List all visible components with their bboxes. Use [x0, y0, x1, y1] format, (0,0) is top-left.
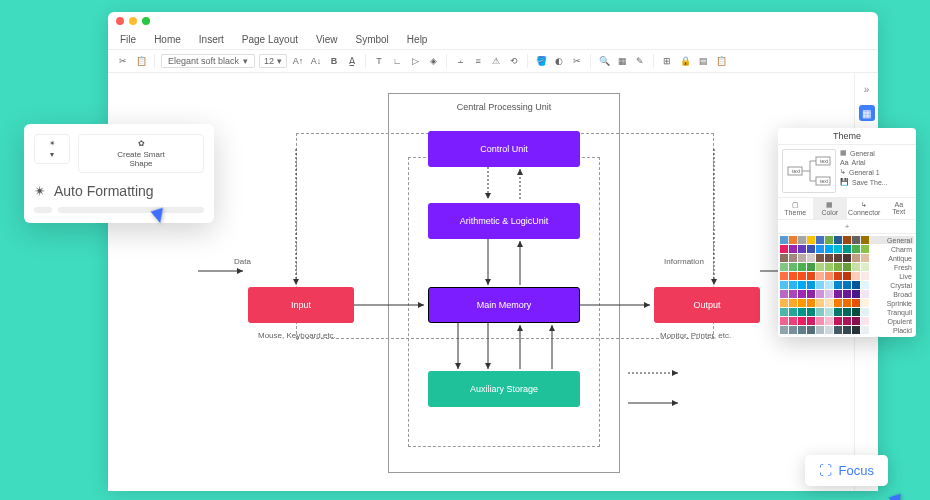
node-input[interactable]: Input: [248, 287, 354, 323]
group-icon[interactable]: ⊞: [660, 54, 674, 68]
cut-icon[interactable]: ✂: [116, 54, 130, 68]
node-memory[interactable]: Main Memory: [428, 287, 580, 323]
layers-icon[interactable]: ◈: [426, 54, 440, 68]
swatch: [843, 308, 851, 316]
menu-file[interactable]: File: [120, 34, 136, 45]
lock-icon[interactable]: 🔒: [678, 54, 692, 68]
node-output[interactable]: Output: [654, 287, 760, 323]
add-theme-button[interactable]: +: [778, 220, 916, 234]
swatch-label: Charm: [891, 246, 914, 253]
swatch-row[interactable]: Tranquil: [780, 308, 914, 316]
swatch-row[interactable]: Opulent: [780, 317, 914, 325]
sparkle-icon: ✴: [49, 139, 56, 148]
pointer-icon[interactable]: ▷: [408, 54, 422, 68]
theme-preview[interactable]: texttexttext: [782, 149, 836, 193]
menu-help[interactable]: Help: [407, 34, 428, 45]
crop-icon[interactable]: ✂: [570, 54, 584, 68]
swatch-row[interactable]: Fresh: [780, 263, 914, 271]
paste-icon[interactable]: 📋: [714, 54, 728, 68]
align-left-icon[interactable]: ⫠: [453, 54, 467, 68]
swatch-row[interactable]: Placid: [780, 326, 914, 334]
node-control[interactable]: Control Unit: [428, 131, 580, 167]
swatch: [825, 254, 833, 262]
node-alu[interactable]: Arithmetic & LogicUnit: [428, 203, 580, 239]
rotate-icon[interactable]: ⟲: [507, 54, 521, 68]
swatch: [780, 290, 788, 298]
search-icon[interactable]: 🔍: [597, 54, 611, 68]
theme-icon: ▢: [778, 201, 813, 209]
swatch-row[interactable]: Broad: [780, 290, 914, 298]
tab-connector[interactable]: ↳Connector: [847, 198, 882, 219]
swatch: [834, 236, 842, 244]
swatch: [843, 326, 851, 334]
swatch: [798, 326, 806, 334]
swatch-label: General: [887, 237, 914, 244]
swatch: [861, 272, 869, 280]
auto-formatting-button[interactable]: ✴ Auto Formatting: [34, 183, 204, 199]
swatch-row[interactable]: General: [780, 236, 914, 244]
swatch: [834, 326, 842, 334]
align-center-icon[interactable]: ≡: [471, 54, 485, 68]
swatch: [816, 263, 824, 271]
tab-color[interactable]: ▦Color: [813, 198, 848, 219]
color-icon: ▦: [813, 201, 848, 209]
sparkle-button[interactable]: ✴▾: [34, 134, 70, 164]
theme-opt-save[interactable]: 💾Save The...: [840, 178, 912, 186]
grid-icon[interactable]: ▦: [615, 54, 629, 68]
swatch: [843, 272, 851, 280]
bold-icon[interactable]: B: [327, 54, 341, 68]
swatch-row[interactable]: Antique: [780, 254, 914, 262]
fill-icon[interactable]: 🪣: [534, 54, 548, 68]
minimize-dot[interactable]: [129, 17, 137, 25]
menu-view[interactable]: View: [316, 34, 338, 45]
theme-opt-conn[interactable]: ↳General 1: [840, 168, 912, 176]
copy-icon[interactable]: 📋: [134, 54, 148, 68]
theme-opt-general[interactable]: ▦General: [840, 149, 912, 157]
canvas[interactable]: » ▦ ◇ ▣ ▢ 📄 ⛶ 🛒 ↻ ⌨ Central Processing U…: [108, 73, 878, 491]
swatch-list: GeneralCharmAntiqueFreshLiveCrystalBroad…: [778, 234, 916, 337]
font-dec-icon[interactable]: A↓: [309, 54, 323, 68]
swatch: [825, 245, 833, 253]
swatch: [798, 299, 806, 307]
swatch-label: Tranquil: [887, 309, 914, 316]
create-smart-shape-button[interactable]: ✿Create Smart Shape: [78, 134, 204, 173]
font-selector[interactable]: Elegant soft black▾: [161, 54, 255, 68]
swatch-row[interactable]: Sprinkle: [780, 299, 914, 307]
swatch: [843, 290, 851, 298]
swatch: [861, 317, 869, 325]
node-aux[interactable]: Auxiliary Storage: [428, 371, 580, 407]
menu-home[interactable]: Home: [154, 34, 181, 45]
sparkle-icon: ✴: [34, 183, 46, 199]
color-icon[interactable]: ◐: [552, 54, 566, 68]
warning-icon[interactable]: ⚠: [489, 54, 503, 68]
swatch-row[interactable]: Live: [780, 272, 914, 280]
pen-icon[interactable]: ✎: [633, 54, 647, 68]
font-inc-icon[interactable]: A↑: [291, 54, 305, 68]
swatch: [852, 236, 860, 244]
theme-opt-font[interactable]: AaArial: [840, 159, 912, 166]
swatch-label: Crystal: [890, 282, 914, 289]
menu-insert[interactable]: Insert: [199, 34, 224, 45]
toolbar: ✂ 📋 Elegant soft black▾ 12▾ A↑ A↓ B A̲ T…: [108, 50, 878, 73]
focus-button[interactable]: ⛶ Focus: [805, 455, 888, 486]
swatch: [789, 290, 797, 298]
swatch: [798, 236, 806, 244]
swatch: [798, 290, 806, 298]
text-icon[interactable]: T: [372, 54, 386, 68]
menu-symbol[interactable]: Symbol: [356, 34, 389, 45]
swatch-row[interactable]: Crystal: [780, 281, 914, 289]
font-size[interactable]: 12▾: [259, 54, 287, 68]
close-dot[interactable]: [116, 17, 124, 25]
font-color-icon[interactable]: A̲: [345, 54, 359, 68]
tab-text[interactable]: AaText: [882, 198, 917, 219]
connector-icon[interactable]: ∟: [390, 54, 404, 68]
menu-page-layout[interactable]: Page Layout: [242, 34, 298, 45]
grid-tool-icon[interactable]: ▦: [859, 105, 875, 121]
swatch-row[interactable]: Charm: [780, 245, 914, 253]
expand-icon[interactable]: »: [859, 81, 875, 97]
maximize-dot[interactable]: [142, 17, 150, 25]
sheet-icon[interactable]: ▤: [696, 54, 710, 68]
swatch: [780, 308, 788, 316]
swatch: [825, 272, 833, 280]
tab-theme[interactable]: ▢Theme: [778, 198, 813, 219]
